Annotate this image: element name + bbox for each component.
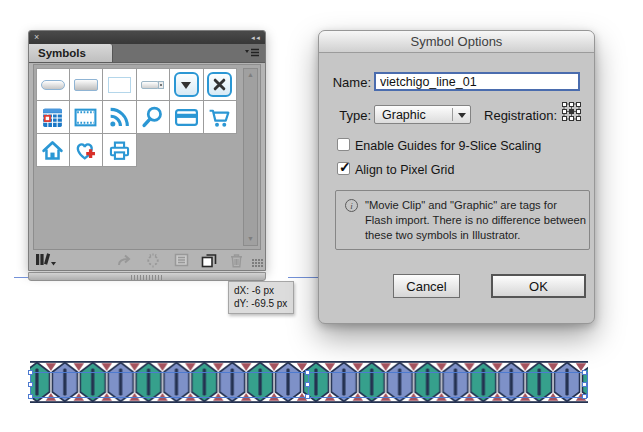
illustrator-workspace: × ◄◄ Symbols bbox=[0, 0, 643, 432]
selection-handle[interactable] bbox=[305, 394, 310, 399]
symbols-panel: × ◄◄ Symbols bbox=[28, 30, 266, 271]
registration-label: Registration: bbox=[471, 108, 557, 123]
rss-icon bbox=[107, 105, 132, 130]
heart-plus-icon bbox=[73, 138, 98, 163]
info-box: i "Movie Clip" and "Graphic" are tags fo… bbox=[335, 190, 590, 250]
cancel-button[interactable]: Cancel bbox=[393, 274, 460, 298]
magnifier-icon bbox=[140, 105, 165, 130]
info-text: "Movie Clip" and "Graphic" are tags for … bbox=[365, 198, 587, 243]
tooltip-dy: dY: -69.5 px bbox=[234, 297, 287, 310]
checkmark-glyph: ✓ bbox=[339, 159, 351, 175]
rect-icon bbox=[74, 79, 98, 91]
tooltip-dx: dX: -6 px bbox=[234, 284, 287, 297]
rounded-rect-icon bbox=[41, 80, 65, 90]
align-pixel-grid-checkbox[interactable]: ✓ bbox=[337, 162, 350, 175]
trash-icon bbox=[229, 253, 244, 268]
panel-close-icon[interactable]: × bbox=[34, 33, 39, 42]
new-symbol-button[interactable] bbox=[201, 252, 217, 268]
panel-menu-icon[interactable] bbox=[245, 44, 265, 62]
place-instance-arrow-icon bbox=[117, 253, 132, 267]
symbol-thumb-rounded-rect-button[interactable] bbox=[36, 68, 70, 101]
selection-handle[interactable] bbox=[28, 382, 33, 387]
symbol-thumb-rss[interactable] bbox=[103, 101, 137, 134]
plain-rect-icon bbox=[108, 77, 131, 93]
delete-symbol-button[interactable] bbox=[229, 252, 244, 268]
symbol-thumb-search[interactable] bbox=[137, 101, 171, 134]
symbol-thumb-printer[interactable] bbox=[103, 134, 137, 167]
scrollbar[interactable]: ▲ ▼ bbox=[243, 68, 258, 246]
selection-handle[interactable] bbox=[28, 394, 33, 399]
selection-handle[interactable] bbox=[305, 370, 310, 375]
align-pixel-grid-label: Align to Pixel Grid bbox=[355, 163, 454, 177]
info-icon: i bbox=[345, 199, 358, 212]
menu-caret-lines-icon bbox=[245, 48, 259, 58]
close-x-icon bbox=[207, 72, 232, 97]
selection-handle[interactable] bbox=[582, 370, 587, 375]
type-label: Type: bbox=[319, 108, 371, 123]
library-books-icon bbox=[34, 252, 58, 268]
home-icon bbox=[40, 138, 65, 163]
ok-button[interactable]: OK bbox=[491, 274, 586, 298]
symbol-thumb-credit-card[interactable] bbox=[170, 101, 204, 134]
registration-point-selector[interactable] bbox=[562, 102, 581, 125]
smart-guide-line bbox=[14, 277, 28, 278]
type-dropdown[interactable]: Graphic bbox=[374, 105, 471, 124]
printer-icon bbox=[107, 138, 132, 163]
symbol-thumb-calendar[interactable] bbox=[36, 101, 70, 134]
panel-dock-resize-bar[interactable] bbox=[28, 272, 266, 281]
chevron-down-icon bbox=[453, 108, 470, 122]
symbol-thumb-dropdown-button[interactable] bbox=[170, 68, 204, 101]
symbols-grid bbox=[36, 68, 238, 167]
place-symbol-instance-button[interactable] bbox=[117, 252, 132, 268]
shopping-cart-icon bbox=[207, 105, 232, 130]
credit-card-icon bbox=[174, 105, 199, 130]
smart-guide-line bbox=[288, 277, 318, 278]
symbols-panel-toolbar bbox=[29, 250, 265, 270]
combo-field-icon bbox=[141, 81, 164, 89]
enable-guides-checkbox[interactable] bbox=[337, 138, 350, 151]
symbols-list-area: ▲ ▼ bbox=[33, 64, 261, 250]
break-link-to-symbol-button[interactable] bbox=[144, 252, 162, 268]
scroll-down-icon[interactable]: ▼ bbox=[244, 233, 257, 245]
symbols-panel-header: × ◄◄ bbox=[29, 31, 265, 44]
selection-handle[interactable] bbox=[305, 382, 310, 387]
selection-handle[interactable] bbox=[582, 394, 587, 399]
symbol-thumb-home[interactable] bbox=[36, 134, 70, 167]
symbol-thumb-shopping-cart[interactable] bbox=[204, 101, 238, 134]
scroll-up-icon[interactable]: ▲ bbox=[244, 69, 257, 81]
measurement-tooltip: dX: -6 px dY: -69.5 px bbox=[228, 281, 294, 314]
enable-guides-label: Enable Guides for 9-Slice Scaling bbox=[355, 139, 541, 153]
dialog-title: Symbol Options bbox=[319, 31, 594, 53]
selection-handle[interactable] bbox=[582, 382, 587, 387]
symbol-thumb-health-heart[interactable] bbox=[70, 134, 104, 167]
symbol-thumb-close-button[interactable] bbox=[204, 68, 238, 101]
symbol-libraries-menu-button[interactable] bbox=[34, 252, 58, 268]
dropdown-button-icon bbox=[174, 72, 199, 97]
panel-tab-row: Symbols bbox=[29, 44, 265, 63]
name-input[interactable] bbox=[374, 72, 580, 91]
dock-grip-icon bbox=[131, 275, 163, 280]
selection-handle[interactable] bbox=[28, 370, 33, 375]
registration-grid-icon bbox=[562, 102, 581, 121]
calendar-icon bbox=[40, 105, 65, 130]
filmstrip-icon bbox=[73, 105, 98, 130]
symbol-thumb-filmstrip[interactable] bbox=[70, 101, 104, 134]
name-label: Name: bbox=[319, 75, 371, 90]
symbol-thumb-white-rect[interactable] bbox=[103, 68, 137, 101]
selection-bounding-box bbox=[30, 372, 588, 398]
new-symbol-icon bbox=[201, 253, 217, 268]
tab-symbols[interactable]: Symbols bbox=[29, 44, 113, 62]
options-list-icon bbox=[174, 253, 189, 267]
symbol-thumb-rect-button[interactable] bbox=[70, 68, 104, 101]
type-dropdown-value: Graphic bbox=[375, 108, 452, 122]
panel-resize-grip[interactable] bbox=[252, 259, 263, 268]
symbol-thumb-combo-field[interactable] bbox=[137, 68, 171, 101]
break-link-icon bbox=[144, 253, 162, 268]
symbol-options-dialog: Symbol Options Name: Type: Graphic Regis… bbox=[318, 30, 595, 324]
panel-collapse-icon[interactable]: ◄◄ bbox=[250, 35, 260, 41]
symbol-options-button[interactable] bbox=[174, 252, 189, 268]
